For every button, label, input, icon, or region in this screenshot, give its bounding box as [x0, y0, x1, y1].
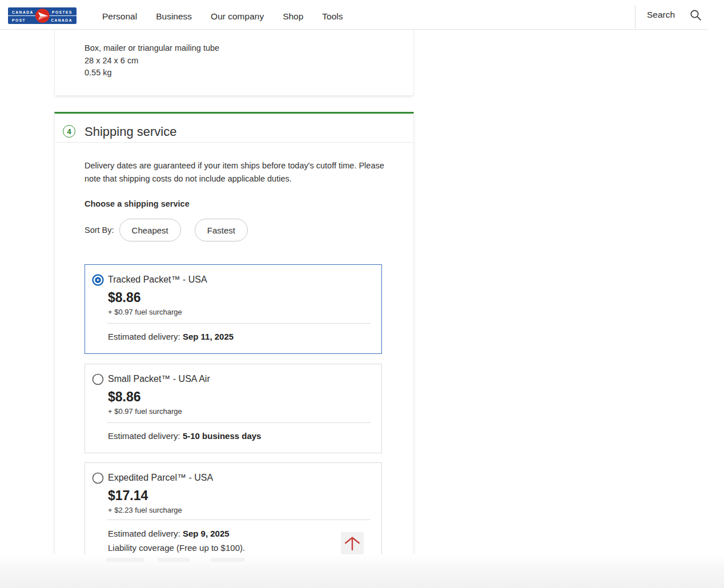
header-divider [635, 5, 635, 29]
search-label: Search [647, 10, 675, 20]
package-type: Box, mailer or triangular mailing tube [85, 42, 219, 55]
service-delivery: Estimated delivery: 5-10 business days [108, 429, 261, 443]
section-title: Shipping service [85, 124, 176, 139]
logo-word-canada-fr: CANADA [51, 18, 73, 22]
delivery-value: 5-10 business days [183, 431, 262, 441]
step-number: 4 [67, 127, 71, 136]
nav-shop[interactable]: Shop [283, 11, 303, 22]
delivery-value: Sep 9, 2025 [183, 529, 230, 538]
service-divider [107, 422, 371, 423]
search-icon[interactable] [689, 8, 702, 22]
logo-word-postes: POSTES [52, 10, 73, 14]
bottom-fade-overlay [0, 554, 724, 588]
canada-post-logo[interactable]: CANADA POST POSTES CANADA [8, 7, 77, 24]
service-delivery: Estimated delivery: Sep 11, 2025 [108, 329, 234, 344]
top-navigation-bar: CANADA POST POSTES CANADA Personal Busin… [0, 0, 724, 30]
package-summary-card: Box, mailer or triangular mailing tube 2… [54, 30, 414, 96]
shipping-service-section: 4 Shipping service Delivery dates are gu… [54, 112, 414, 588]
service-price: $17.14 [108, 487, 148, 504]
delivery-label: Estimated delivery: [108, 332, 183, 341]
package-dimensions: 28 x 24 x 6 cm [85, 55, 219, 67]
sort-by-label: Sort By: [85, 225, 114, 235]
section-header: 4 Shipping service [55, 114, 413, 143]
service-option-tracked-packet[interactable]: Tracked Packet™ - USA $8.86 + $0.97 fuel… [85, 264, 382, 354]
main-nav: Personal Business Our company Shop Tools [102, 2, 343, 31]
package-weight: 0.55 kg [85, 67, 219, 79]
search-button[interactable]: Search [647, 0, 675, 30]
service-surcharge: + $0.97 fuel surcharge [108, 307, 182, 317]
step-number-badge: 4 [63, 125, 75, 138]
service-price: $8.86 [108, 289, 141, 306]
nav-tools[interactable]: Tools [322, 11, 343, 22]
service-delivery: Estimated delivery: Sep 9, 2025Liability… [108, 526, 245, 555]
hidden-element-ghost [211, 558, 245, 562]
radio-selected-icon[interactable] [92, 274, 104, 286]
sort-by-row: Sort By: Cheapest Fastest [85, 219, 262, 241]
delivery-intro-text: Delivery dates are guaranteed if your it… [85, 159, 396, 186]
service-divider [107, 323, 371, 324]
sort-cheapest-button[interactable]: Cheapest [119, 219, 181, 241]
sort-fastest-button[interactable]: Fastest [195, 219, 248, 241]
nav-business[interactable]: Business [156, 11, 192, 22]
service-title: Small Packet™ - USA Air [108, 373, 210, 385]
page: CANADA POST POSTES CANADA Personal Busin… [0, 0, 724, 588]
service-divider [107, 519, 371, 520]
nav-personal[interactable]: Personal [102, 11, 137, 22]
service-option-small-packet[interactable]: Small Packet™ - USA Air $8.86 + $0.97 fu… [85, 364, 382, 453]
radio-unselected-icon[interactable] [92, 373, 104, 385]
hidden-element-ghost [106, 558, 144, 562]
back-to-top-button[interactable] [341, 532, 364, 554]
hidden-element-ghost [158, 558, 190, 562]
service-price: $8.86 [108, 388, 141, 405]
radio-unselected-icon[interactable] [92, 472, 104, 484]
delivery-label: Estimated delivery: [108, 431, 183, 441]
logo-word-canada: CANADA [12, 10, 34, 14]
choose-service-heading: Choose a shipping service [85, 198, 190, 210]
service-surcharge: + $0.97 fuel surcharge [108, 406, 182, 417]
arrow-up-icon [344, 535, 360, 551]
service-title: Tracked Packet™ - USA [108, 273, 207, 286]
service-liability: Liability coverage (Free up to $100). [108, 543, 245, 553]
service-surcharge: + $2.23 fuel surcharge [108, 505, 182, 515]
delivery-value: Sep 11, 2025 [183, 332, 234, 341]
nav-our-company[interactable]: Our company [211, 11, 264, 22]
logo-word-post: POST [12, 18, 26, 22]
delivery-label: Estimated delivery: [108, 529, 183, 538]
service-title: Expedited Parcel™ - USA [108, 472, 213, 484]
